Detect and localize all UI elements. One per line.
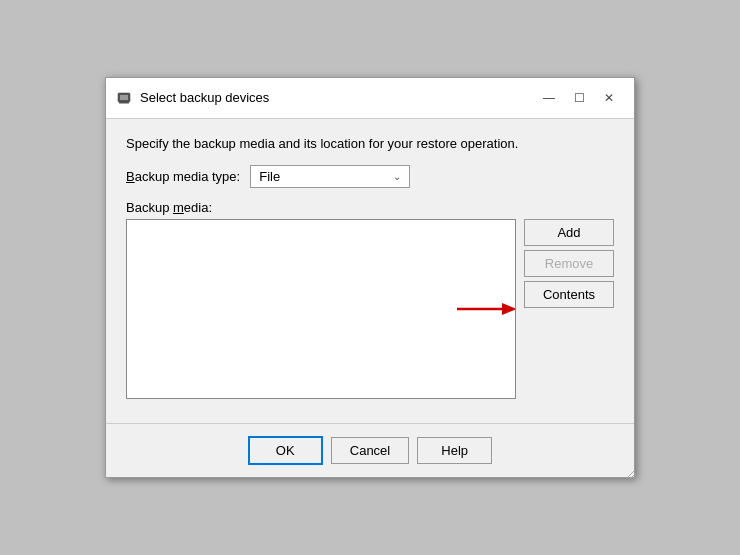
dropdown-arrow-icon: ⌄ xyxy=(393,171,401,182)
media-row: Add Remove Contents xyxy=(126,219,614,399)
svg-marker-4 xyxy=(502,303,516,315)
resize-handle[interactable] xyxy=(623,466,635,478)
backup-media-label: Backup media: xyxy=(126,200,614,215)
backup-media-section: Backup media: Add Remo xyxy=(126,200,614,399)
footer: OK Cancel Help xyxy=(106,424,634,477)
dialog-content: Specify the backup media and its locatio… xyxy=(106,119,634,415)
close-button[interactable]: ✕ xyxy=(594,86,624,110)
media-type-select[interactable]: File ⌄ xyxy=(250,165,410,188)
window-icon xyxy=(116,90,132,106)
svg-rect-2 xyxy=(119,102,129,104)
svg-rect-1 xyxy=(120,95,128,100)
media-type-label: Backup media type: xyxy=(126,169,240,184)
remove-button[interactable]: Remove xyxy=(524,250,614,277)
window-controls: — ☐ ✕ xyxy=(534,86,624,110)
cancel-button[interactable]: Cancel xyxy=(331,437,409,464)
svg-line-5 xyxy=(627,470,635,478)
window-title: Select backup devices xyxy=(140,90,526,105)
media-action-buttons: Add Remove Contents xyxy=(524,219,614,399)
maximize-button[interactable]: ☐ xyxy=(564,86,594,110)
help-button[interactable]: Help xyxy=(417,437,492,464)
media-type-value: File xyxy=(259,169,280,184)
media-listbox[interactable] xyxy=(126,219,516,399)
contents-button[interactable]: Contents xyxy=(524,281,614,308)
media-type-row: Backup media type: File ⌄ xyxy=(126,165,614,188)
ok-button[interactable]: OK xyxy=(248,436,323,465)
svg-line-6 xyxy=(631,474,635,478)
arrow-indicator xyxy=(457,299,516,319)
dialog-window: Select backup devices — ☐ ✕ Specify the … xyxy=(105,77,635,478)
add-button[interactable]: Add xyxy=(524,219,614,246)
description-text: Specify the backup media and its locatio… xyxy=(126,135,614,153)
minimize-button[interactable]: — xyxy=(534,86,564,110)
title-bar: Select backup devices — ☐ ✕ xyxy=(106,78,634,119)
red-arrow-icon xyxy=(457,299,516,319)
